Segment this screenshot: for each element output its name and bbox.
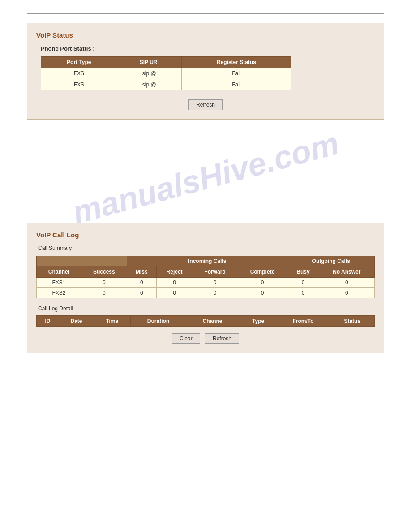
summary-noanswer-header: No Answer	[319, 266, 375, 278]
detail-fromto-header: From/To	[276, 316, 330, 327]
detail-id-header: ID	[37, 316, 59, 327]
summary-miss-header: Miss	[127, 266, 156, 278]
complete-cell: 0	[237, 278, 287, 288]
detail-type-header: Type	[240, 316, 276, 327]
sip-uri-cell: sip:@	[117, 68, 181, 79]
voip-call-log-title: VoIP Call Log	[36, 231, 375, 239]
forward-cell: 0	[193, 288, 237, 298]
complete-cell: 0	[237, 288, 287, 298]
detail-duration-header: Duration	[130, 316, 186, 327]
summary-empty-header2	[81, 256, 127, 266]
voip-status-refresh-button[interactable]: Refresh	[188, 99, 223, 110]
miss-cell: 0	[127, 278, 156, 288]
miss-cell: 0	[127, 288, 156, 298]
reject-cell: 0	[156, 288, 193, 298]
voip-status-refresh-area: Refresh	[36, 99, 375, 110]
summary-complete-header: Complete	[237, 266, 287, 278]
success-cell: 0	[81, 288, 127, 298]
port-type-header: Port Type	[41, 57, 117, 68]
summary-channel-header: Channel	[37, 266, 81, 278]
forward-cell: 0	[193, 278, 237, 288]
channel-cell: FXS1	[37, 278, 81, 288]
clear-button[interactable]: Clear	[172, 333, 200, 344]
voip-call-log-section: VoIP Call Log Call Summary Incoming Call…	[27, 223, 384, 353]
call-log-button-row: Clear Refresh	[36, 333, 375, 344]
detail-status-header: Status	[330, 316, 374, 327]
phone-port-status-label: Phone Port Status :	[41, 45, 375, 52]
no_answer-cell: 0	[319, 288, 375, 298]
detail-date-header: Date	[59, 316, 94, 327]
summary-busy-header: Busy	[287, 266, 319, 278]
call-summary-table: Incoming Calls Outgoing Calls Channel Su…	[36, 256, 375, 298]
call-log-refresh-button[interactable]: Refresh	[205, 333, 239, 344]
call-log-detail-table: ID Date Time Duration Channel Type From/…	[36, 315, 375, 327]
table-row: FXSsip:@Fail	[41, 68, 291, 79]
summary-empty-header	[37, 256, 81, 266]
table-row: FXS10000000	[37, 278, 375, 288]
register-status-header: Register Status	[181, 57, 291, 68]
busy-cell: 0	[287, 288, 319, 298]
register-status-cell: Fail	[181, 79, 291, 90]
port-type-cell: FXS	[41, 68, 117, 79]
table-row: FXS20000000	[37, 288, 375, 298]
detail-time-header: Time	[94, 316, 131, 327]
incoming-calls-header: Incoming Calls	[127, 256, 287, 266]
no_answer-cell: 0	[319, 278, 375, 288]
summary-success-header: Success	[81, 266, 127, 278]
sip-uri-header: SIP URI	[117, 57, 181, 68]
reject-cell: 0	[156, 278, 193, 288]
sip-uri-cell: sip:@	[117, 79, 181, 90]
success-cell: 0	[81, 278, 127, 288]
summary-forward-header: Forward	[193, 266, 237, 278]
watermark-text: manualsHive.com	[68, 133, 343, 223]
port-status-table: Port Type SIP URI Register Status FXSsip…	[41, 56, 291, 90]
table-row: FXSsip:@Fail	[41, 79, 291, 90]
detail-channel-header: Channel	[186, 316, 240, 327]
voip-status-section: VoIP Status Phone Port Status : Port Typ…	[27, 23, 384, 120]
port-type-cell: FXS	[41, 79, 117, 90]
call-summary-label: Call Summary	[38, 245, 375, 251]
busy-cell: 0	[287, 278, 319, 288]
register-status-cell: Fail	[181, 68, 291, 79]
page-wrapper: VoIP Status Phone Port Status : Port Typ…	[0, 0, 411, 532]
voip-status-title: VoIP Status	[36, 31, 375, 39]
call-log-detail-label: Call Log Detail	[38, 305, 375, 312]
channel-cell: FXS2	[37, 288, 81, 298]
top-divider	[27, 13, 384, 14]
watermark-area: manualsHive.com	[0, 133, 411, 223]
summary-reject-header: Reject	[156, 266, 193, 278]
outgoing-calls-header: Outgoing Calls	[287, 256, 375, 266]
